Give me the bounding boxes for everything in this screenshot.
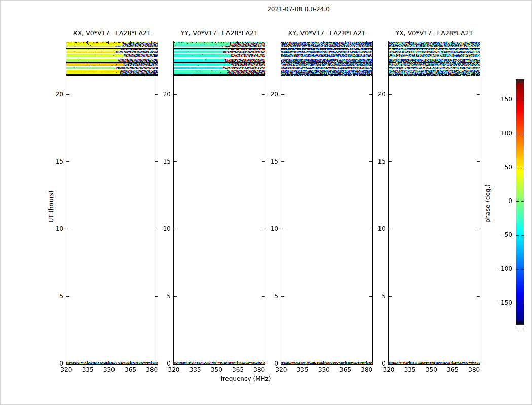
- tick-mark: [409, 41, 410, 44]
- x-tick-label: 365: [335, 366, 356, 374]
- panel-title-yy: YY, V0*V17=EA28*EA21: [164, 29, 275, 37]
- tick-mark: [477, 94, 480, 95]
- tick-mark: [409, 361, 410, 364]
- x-tick-label: 320: [378, 366, 399, 374]
- tick-mark: [516, 201, 519, 202]
- tick-mark: [237, 361, 238, 364]
- panel-title-xx: XX, V0*V17=EA28*EA21: [56, 29, 168, 37]
- x-tick-label: 350: [314, 366, 334, 374]
- tick-mark: [173, 361, 174, 364]
- x-tick-label: 335: [292, 366, 313, 374]
- tick-mark: [345, 361, 345, 364]
- tick-mark: [477, 229, 480, 229]
- tick-mark: [151, 361, 152, 364]
- panel-yx-plot-area: [388, 40, 480, 364]
- tick-mark: [389, 161, 392, 162]
- tick-mark: [281, 363, 284, 363]
- tick-mark: [389, 229, 392, 229]
- x-tick-label: 350: [99, 366, 119, 374]
- heatmap-canvas-yy: [174, 41, 265, 364]
- x-tick-label: 380: [464, 366, 484, 374]
- tick-mark: [173, 41, 174, 44]
- tick-mark: [323, 41, 324, 44]
- tick-mark: [516, 168, 519, 168]
- tick-mark: [216, 41, 216, 44]
- tick-mark: [66, 41, 66, 44]
- tick-mark: [281, 361, 281, 364]
- colorbar-tick-label: 100: [490, 130, 512, 137]
- panel-title-yx: YX, V0*V17=EA28*EA21: [378, 29, 490, 37]
- tick-mark: [87, 361, 88, 364]
- tick-mark: [366, 41, 367, 44]
- y-tick-label: 10: [154, 225, 171, 233]
- colorbar-tick-label: −50: [490, 231, 512, 239]
- x-tick-label: 335: [185, 366, 205, 374]
- tick-mark: [108, 361, 109, 364]
- y-tick-label: 20: [261, 91, 278, 98]
- tick-mark: [259, 361, 259, 364]
- y-tick-label: 20: [368, 91, 386, 98]
- y-tick-label: 5: [261, 293, 278, 300]
- tick-mark: [388, 361, 389, 364]
- tick-mark: [521, 168, 524, 168]
- tick-mark: [281, 296, 284, 297]
- tick-mark: [302, 41, 302, 44]
- y-tick-label: 10: [261, 225, 278, 233]
- x-tick-label: 320: [164, 366, 184, 374]
- tick-mark: [389, 296, 392, 297]
- tick-mark: [389, 363, 392, 363]
- figure-title: 2021-07-08 0.0-24.0: [222, 6, 374, 13]
- y-tick-label: 5: [154, 293, 171, 300]
- colorbar: [516, 79, 524, 325]
- tick-mark: [452, 361, 452, 364]
- tick-mark: [516, 303, 519, 304]
- tick-mark: [281, 94, 284, 95]
- heatmap-canvas-yx: [389, 41, 480, 364]
- phase-waterfall-figure: 2021-07-08 0.0-24.0 XX, V0*V17=EA28*EA21…: [0, 0, 532, 405]
- tick-mark: [66, 161, 69, 162]
- tick-mark: [281, 41, 281, 44]
- colorbar-tick-label: 150: [490, 96, 512, 103]
- tick-mark: [281, 161, 284, 162]
- tick-mark: [521, 201, 524, 202]
- tick-mark: [345, 41, 345, 44]
- tick-mark: [130, 361, 130, 364]
- panel-yy-plot-area: [173, 40, 265, 364]
- tick-mark: [521, 235, 524, 236]
- tick-mark: [216, 361, 216, 364]
- x-axis-label: frequency (MHz): [195, 375, 296, 382]
- tick-mark: [516, 100, 519, 100]
- y-tick-label: 20: [154, 91, 171, 98]
- tick-mark: [521, 100, 524, 100]
- tick-mark: [388, 41, 389, 44]
- tick-mark: [431, 361, 431, 364]
- tick-mark: [66, 361, 66, 364]
- tick-mark: [521, 303, 524, 304]
- x-tick-label: 350: [206, 366, 226, 374]
- y-tick-label: 5: [368, 293, 386, 300]
- tick-mark: [521, 269, 524, 270]
- tick-mark: [195, 41, 195, 44]
- tick-mark: [66, 229, 69, 229]
- tick-mark: [477, 363, 480, 363]
- x-tick-label: 320: [271, 366, 291, 374]
- tick-mark: [66, 94, 69, 95]
- panel-title-xy: XY, V0*V17=EA28*EA21: [271, 29, 383, 37]
- x-tick-label: 335: [400, 366, 420, 374]
- x-tick-label: 320: [56, 366, 77, 374]
- tick-mark: [366, 361, 367, 364]
- tick-mark: [174, 363, 177, 363]
- tick-mark: [323, 361, 324, 364]
- y-tick-label: 15: [261, 158, 278, 166]
- tick-mark: [281, 229, 284, 229]
- tick-mark: [516, 269, 519, 270]
- colorbar-dotted-edge: [516, 329, 524, 329]
- x-tick-label: 335: [78, 366, 98, 374]
- y-tick-label: 15: [154, 158, 171, 166]
- tick-mark: [516, 235, 519, 236]
- y-tick-label: 10: [46, 225, 63, 233]
- tick-mark: [389, 94, 392, 95]
- tick-mark: [174, 296, 177, 297]
- tick-mark: [431, 41, 431, 44]
- tick-mark: [237, 41, 238, 44]
